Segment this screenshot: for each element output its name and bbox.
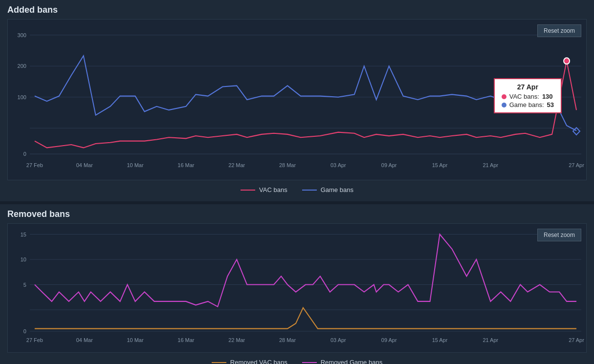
- added-bans-chart: Reset zoom 27 Apr VAC bans: 130 Game ban…: [7, 19, 587, 180]
- tooltip-box: 27 Apr VAC bans: 130 Game bans: 53: [494, 78, 562, 113]
- svg-text:16 Mar: 16 Mar: [177, 162, 194, 168]
- svg-text:03 Apr: 03 Apr: [330, 337, 346, 343]
- reset-zoom-button-top[interactable]: Reset zoom: [537, 24, 581, 37]
- svg-text:04 Mar: 04 Mar: [76, 337, 93, 343]
- svg-text:09 Apr: 09 Apr: [381, 162, 397, 168]
- svg-text:22 Mar: 22 Mar: [228, 337, 245, 343]
- reset-zoom-button-bottom[interactable]: Reset zoom: [537, 229, 581, 241]
- svg-text:300: 300: [18, 32, 26, 38]
- svg-text:04 Mar: 04 Mar: [76, 162, 93, 168]
- svg-text:0: 0: [23, 151, 26, 157]
- svg-text:16 Mar: 16 Mar: [177, 337, 194, 343]
- svg-text:27 Feb: 27 Feb: [26, 162, 43, 168]
- legend-vac-label: VAC bans: [259, 186, 287, 193]
- svg-text:09 Apr: 09 Apr: [381, 337, 397, 343]
- svg-text:0: 0: [23, 328, 26, 334]
- svg-text:27 Apr: 27 Apr: [569, 337, 584, 343]
- legend-game-line: [302, 190, 317, 191]
- tooltip-date: 27 Apr: [502, 83, 554, 91]
- svg-text:10 Mar: 10 Mar: [127, 337, 143, 343]
- svg-text:15: 15: [21, 231, 26, 237]
- removed-bans-section: Removed bans Reset zoom 15 10 5 0 27 Feb…: [0, 204, 594, 364]
- removed-bans-title: Removed bans: [7, 209, 587, 219]
- tooltip-vac-label: VAC bans:: [509, 93, 539, 100]
- svg-text:21 Apr: 21 Apr: [483, 337, 498, 343]
- svg-text:5: 5: [23, 281, 26, 287]
- legend-removed-game-line: [302, 362, 317, 363]
- svg-text:27 Apr: 27 Apr: [569, 162, 584, 168]
- legend-game-bans: Game bans: [302, 186, 353, 193]
- tooltip-vac-row: VAC bans: 130: [502, 93, 554, 100]
- legend-removed-game-label: Removed Game bans: [321, 359, 382, 364]
- svg-text:10 Mar: 10 Mar: [127, 162, 143, 168]
- svg-text:28 Mar: 28 Mar: [279, 337, 296, 343]
- svg-text:21 Apr: 21 Apr: [483, 162, 498, 168]
- removed-bans-chart: Reset zoom 15 10 5 0 27 Feb 04 Mar 10 Ma…: [7, 223, 587, 353]
- added-bans-legend: VAC bans Game bans: [7, 183, 587, 196]
- svg-point-20: [564, 58, 570, 64]
- svg-text:15 Apr: 15 Apr: [432, 162, 448, 168]
- added-bans-title: Added bans: [7, 5, 587, 15]
- removed-bans-legend: Removed VAC bans Removed Game bans: [7, 356, 587, 364]
- svg-text:200: 200: [18, 63, 26, 69]
- svg-text:10: 10: [21, 257, 26, 262]
- tooltip-game-label: Game bans:: [509, 101, 544, 108]
- legend-removed-vac-line: [212, 362, 226, 363]
- svg-text:15 Apr: 15 Apr: [432, 337, 448, 343]
- svg-text:27 Feb: 27 Feb: [26, 337, 43, 343]
- svg-text:28 Mar: 28 Mar: [279, 162, 296, 168]
- removed-bans-svg: 15 10 5 0 27 Feb 04 Mar 10 Mar 16 Mar 22…: [8, 224, 586, 352]
- legend-game-label: Game bans: [321, 186, 353, 193]
- legend-vac-bans: VAC bans: [241, 186, 287, 193]
- legend-removed-vac-label: Removed VAC bans: [230, 359, 287, 364]
- legend-removed-vac-bans: Removed VAC bans: [212, 359, 287, 364]
- tooltip-game-row: Game bans: 53: [502, 101, 554, 108]
- added-bans-section: Added bans Reset zoom 27 Apr VAC bans: 1…: [0, 0, 594, 201]
- svg-text:22 Mar: 22 Mar: [228, 162, 245, 168]
- svg-marker-21: [573, 128, 580, 135]
- legend-vac-line: [241, 190, 255, 191]
- tooltip-vac-value: 130: [542, 93, 553, 100]
- svg-text:100: 100: [18, 94, 26, 100]
- svg-text:03 Apr: 03 Apr: [330, 162, 346, 168]
- legend-removed-game-bans: Removed Game bans: [302, 359, 382, 364]
- tooltip-game-dot: [502, 103, 506, 107]
- tooltip-vac-dot: [502, 94, 506, 99]
- tooltip-game-value: 53: [547, 101, 554, 108]
